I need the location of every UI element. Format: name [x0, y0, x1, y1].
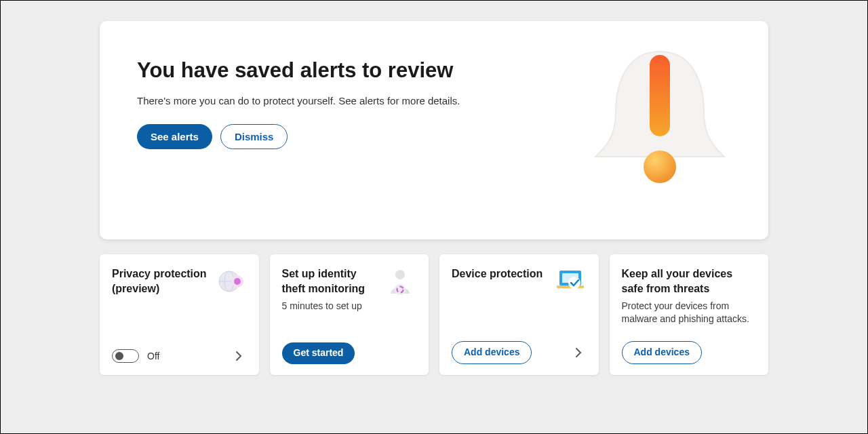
svg-rect-0 — [650, 55, 670, 136]
card-title: Keep all your devices safe from threats — [622, 267, 757, 296]
card-subtitle: Protect your devices from malware and ph… — [622, 300, 757, 326]
device-shield-icon — [554, 267, 587, 295]
get-started-button[interactable]: Get started — [282, 342, 355, 364]
page-content: You have saved alerts to review There's … — [1, 1, 867, 433]
svg-point-7 — [395, 270, 405, 279]
dismiss-button[interactable]: Dismiss — [220, 124, 288, 149]
privacy-toggle-group: Off — [112, 349, 159, 363]
privacy-toggle[interactable] — [112, 349, 139, 363]
card-title: Set up identity theft monitoring — [282, 267, 379, 296]
see-alerts-button[interactable]: See alerts — [137, 124, 212, 149]
privacy-protection-card: Privacy protection (preview) — [100, 254, 259, 375]
chevron-right-icon[interactable] — [570, 344, 587, 361]
protection-cards-row: Privacy protection (preview) — [100, 254, 768, 375]
identity-theft-card: Set up identity theft monitoring 5 minut… — [270, 254, 429, 375]
user-identity-icon — [384, 267, 416, 295]
card-title: Device protection — [452, 267, 542, 281]
globe-privacy-icon — [214, 267, 247, 295]
bell-alert-icon — [589, 45, 731, 194]
add-devices-button-2[interactable]: Add devices — [622, 341, 702, 364]
svg-point-1 — [644, 151, 676, 183]
toggle-state-label: Off — [147, 351, 159, 361]
add-devices-button[interactable]: Add devices — [452, 341, 532, 364]
card-subtitle: 5 minutes to set up — [282, 300, 379, 313]
chevron-right-icon[interactable] — [231, 348, 247, 364]
svg-point-13 — [568, 277, 580, 289]
card-title: Privacy protection (preview) — [112, 267, 209, 296]
toggle-knob — [115, 352, 123, 360]
device-protection-card: Device protection Add devices — [439, 254, 599, 375]
alerts-hero-card: You have saved alerts to review There's … — [100, 21, 768, 239]
all-devices-card: Keep all your devices safe from threats … — [610, 254, 769, 375]
svg-point-6 — [234, 278, 241, 285]
